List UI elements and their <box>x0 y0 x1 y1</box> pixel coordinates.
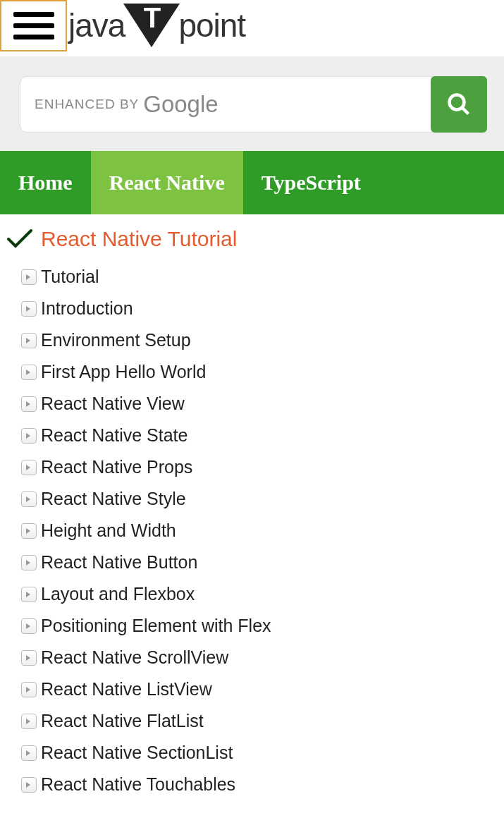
arrow-right-icon <box>21 650 37 666</box>
arrow-right-icon <box>21 555 37 570</box>
logo[interactable]: java T point <box>68 4 245 47</box>
arrow-right-icon <box>21 428 37 444</box>
tutorial-link-label: React Native ListView <box>41 679 212 700</box>
search-area: ENHANCED BY Google <box>0 56 504 151</box>
tutorial-link-label: React Native Style <box>41 489 186 509</box>
logo-text-right: point <box>178 6 245 44</box>
arrow-right-icon <box>21 365 37 380</box>
tutorial-link[interactable]: React Native SectionList <box>21 737 497 769</box>
tutorial-link[interactable]: Environment Setup <box>21 324 497 356</box>
arrow-right-icon <box>21 396 37 412</box>
tutorial-link-label: React Native Props <box>41 457 192 477</box>
content: React Native Tutorial TutorialIntroducti… <box>0 214 504 800</box>
tutorial-link[interactable]: React Native Touchables <box>21 769 497 800</box>
tutorial-link-label: Positioning Element with Flex <box>41 616 271 636</box>
arrow-right-icon <box>21 269 37 285</box>
tutorial-link[interactable]: React Native State <box>21 420 497 451</box>
arrow-right-icon <box>21 301 37 317</box>
tab-react-native[interactable]: React Native <box>91 151 243 214</box>
arrow-right-icon <box>21 777 37 793</box>
tutorial-link-label: Environment Setup <box>41 330 191 350</box>
tutorial-link[interactable]: Layout and Flexbox <box>21 578 497 610</box>
checkmark-icon <box>7 229 32 249</box>
tutorial-link-label: React Native State <box>41 425 188 446</box>
tutorial-link[interactable]: React Native ScrollView <box>21 642 497 673</box>
tutorial-link[interactable]: First App Hello World <box>21 356 497 388</box>
tutorial-link-label: Introduction <box>41 298 133 319</box>
arrow-right-icon <box>21 745 37 761</box>
search-button[interactable] <box>431 76 487 133</box>
tutorial-menu-list: TutorialIntroductionEnvironment SetupFir… <box>7 261 497 800</box>
arrow-right-icon <box>21 492 37 507</box>
section-title: React Native Tutorial <box>41 227 237 251</box>
tutorial-link-label: React Native View <box>41 393 185 414</box>
tutorial-link-label: React Native Button <box>41 552 197 573</box>
search-google-label: Google <box>143 91 218 118</box>
arrow-right-icon <box>21 682 37 697</box>
arrow-right-icon <box>21 460 37 475</box>
search-input[interactable]: ENHANCED BY Google <box>20 76 434 133</box>
tutorial-link[interactable]: Height and Width <box>21 515 497 547</box>
arrow-right-icon <box>21 587 37 602</box>
tab-home[interactable]: Home <box>0 151 91 214</box>
tutorial-link-label: Layout and Flexbox <box>41 584 195 604</box>
tutorial-link[interactable]: React Native Button <box>21 547 497 578</box>
arrow-right-icon <box>21 714 37 729</box>
search-wrapper: ENHANCED BY Google <box>20 76 487 133</box>
tutorial-link-label: Tutorial <box>41 267 99 287</box>
tutorial-link[interactable]: Tutorial <box>21 261 497 293</box>
section-header: React Native Tutorial <box>7 227 497 251</box>
tutorial-link-label: React Native FlatList <box>41 711 204 731</box>
search-icon <box>446 92 472 117</box>
tutorial-link[interactable]: React Native Props <box>21 451 497 483</box>
logo-text-left: java <box>68 6 125 44</box>
hamburger-menu-button[interactable] <box>0 0 67 51</box>
tutorial-link-label: First App Hello World <box>41 362 206 382</box>
tutorial-link[interactable]: Positioning Element with Flex <box>21 610 497 642</box>
svg-line-1 <box>462 108 469 114</box>
tabs: HomeReact NativeTypeScript <box>0 151 504 214</box>
tutorial-link[interactable]: React Native FlatList <box>21 705 497 737</box>
tutorial-link-label: Height and Width <box>41 520 176 541</box>
search-enhanced-label: ENHANCED BY <box>35 97 139 112</box>
arrow-right-icon <box>21 333 37 348</box>
tutorial-link-label: React Native Touchables <box>41 774 235 795</box>
tutorial-link[interactable]: React Native Style <box>21 483 497 515</box>
header: java T point <box>0 0 504 56</box>
tutorial-link-label: React Native SectionList <box>41 743 233 763</box>
svg-point-0 <box>450 95 465 110</box>
tutorial-link[interactable]: React Native ListView <box>21 673 497 705</box>
tab-typescript[interactable]: TypeScript <box>243 151 379 214</box>
logo-t-icon: T <box>123 4 180 47</box>
tutorial-link-label: React Native ScrollView <box>41 647 228 668</box>
tutorial-link[interactable]: React Native View <box>21 388 497 420</box>
arrow-right-icon <box>21 618 37 634</box>
tutorial-link[interactable]: Introduction <box>21 293 497 324</box>
arrow-right-icon <box>21 523 37 539</box>
